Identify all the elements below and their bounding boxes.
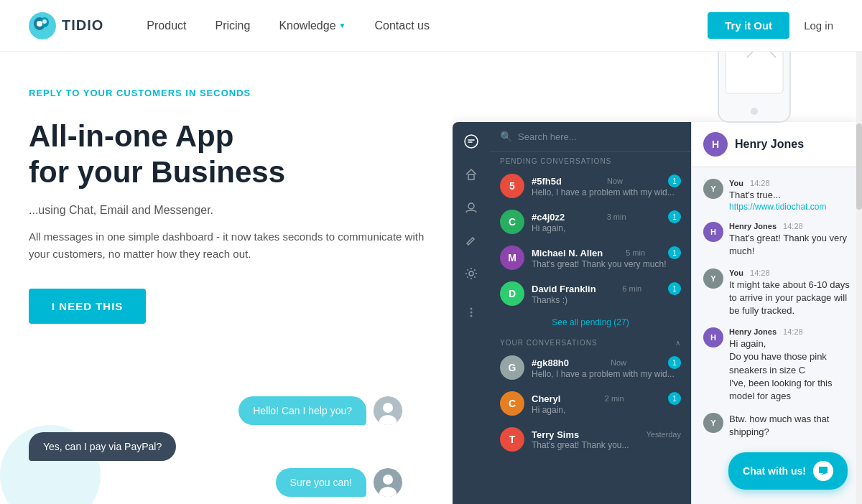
conv-info-michael: Michael N. Allen 5 min 1 That's great! T… — [532, 246, 681, 269]
svg-point-19 — [469, 271, 473, 276]
right-panel: 🔍 Search here... PENDING CONVERSATIONS 5… — [453, 0, 862, 504]
hero-subtitle: REPLY TO YOUR CUSTOMERS IN SECONDS — [29, 88, 431, 98]
active-user-name: Henry Jones — [735, 138, 804, 151]
msg-avatar-you-2: Y — [703, 269, 723, 289]
conv-info-david: David Franklin 6 min 1 Thanks :) — [532, 282, 681, 305]
hero-description-2: All messages in one simple dashboard - i… — [29, 228, 431, 263]
conv-info-gk88h0: #gk88h0 Now 1 Hello, I have a problem wi… — [532, 356, 681, 379]
svg-point-15 — [751, 108, 758, 115]
conv-avatar-terry: T — [500, 427, 524, 452]
badge-5fh5d: 1 — [668, 174, 681, 187]
hero-title: All-in-one App for your Business — [29, 118, 431, 191]
conversations-list: 🔍 Search here... PENDING CONVERSATIONS 5… — [490, 122, 691, 504]
conv-avatar-david: D — [500, 281, 524, 306]
home-icon[interactable] — [463, 167, 479, 182]
svg-point-20 — [471, 308, 473, 310]
msg-bubble-2: Henry Jones 14:28 That's great! Thank yo… — [729, 222, 851, 258]
hero-section: REPLY TO YOUR CUSTOMERS IN SECONDS All-i… — [0, 52, 460, 504]
cta-button[interactable]: I NEED THIS — [29, 289, 146, 324]
chat-widget-icon — [813, 461, 833, 481]
chat-main-area: H Henry Jones Y You 14:28 That's true...… — [691, 122, 862, 504]
conv-item-michael[interactable]: M Michael N. Allen 5 min 1 That's great!… — [490, 240, 691, 276]
conv-item-terry[interactable]: T Terry Sims Yesterday That's great! Tha… — [490, 421, 691, 457]
conv-item-c4j0z2[interactable]: C #c4j0z2 3 min 1 Hi again, — [490, 204, 691, 240]
conv-info-5fh5d: #5fh5d Now 1 Hello, I have a problem wit… — [532, 174, 681, 197]
msg-bubble-4: Henry Jones 14:28 Hi again,Do you have t… — [729, 327, 851, 403]
pending-section-header: PENDING CONVERSATIONS — [490, 151, 691, 168]
conv-info-cheryl: Cheryl 2 min 1 Hi again, — [532, 392, 681, 415]
conv-avatar-5fh5d: 5 — [500, 174, 524, 198]
tidio-logo-icon — [29, 12, 56, 39]
logo[interactable]: TIDIO — [29, 12, 103, 39]
nav-contact[interactable]: Contact us — [374, 19, 429, 32]
msg-avatar-henry-2: H — [703, 327, 723, 347]
search-placeholder-text: Search here... — [518, 131, 577, 142]
svg-rect-17 — [468, 174, 474, 179]
main-content: REPLY TO YOUR CUSTOMERS IN SECONDS All-i… — [0, 52, 862, 504]
conv-item-cheryl[interactable]: C Cheryl 2 min 1 Hi again, — [490, 386, 691, 421]
conv-avatar-c4j0z2: C — [500, 210, 524, 234]
msg-avatar-henry-1: H — [703, 222, 723, 242]
login-link[interactable]: Log in — [804, 19, 833, 32]
logo-text: TIDIO — [62, 17, 103, 34]
search-icon: 🔍 — [500, 131, 512, 142]
message-5: Y Btw. how much was that shipping? — [703, 413, 851, 439]
chevron-icon: ∧ — [675, 339, 681, 347]
badge-david: 1 — [668, 282, 681, 295]
scrollbar-track — [856, 52, 862, 504]
message-4: H Henry Jones 14:28 Hi again,Do you have… — [703, 327, 851, 403]
svg-point-3 — [37, 21, 42, 27]
badge-michael: 1 — [668, 246, 681, 259]
conv-avatar-michael: M — [500, 246, 524, 270]
nav-knowledge[interactable]: Knowledge ▼ — [279, 19, 346, 32]
svg-point-21 — [471, 312, 473, 314]
svg-point-18 — [468, 203, 474, 209]
svg-point-4 — [42, 19, 47, 24]
conv-info-terry: Terry Sims Yesterday That's great! Thank… — [532, 429, 681, 450]
nav-product[interactable]: Product — [147, 19, 186, 32]
see-all-pending[interactable]: See all pending (27) — [490, 312, 691, 333]
edit-icon[interactable] — [463, 233, 479, 248]
settings-icon[interactable] — [463, 266, 479, 281]
try-it-out-button[interactable]: Try it Out — [708, 12, 789, 39]
conv-info-c4j0z2: #c4j0z2 3 min 1 Hi again, — [532, 210, 681, 233]
contacts-icon[interactable] — [463, 200, 479, 215]
nav-pricing[interactable]: Pricing — [215, 19, 250, 32]
hero-description-1: ...using Chat, Email and Messenger. — [29, 204, 431, 217]
header: TIDIO Product Pricing Knowledge ▼ Contac… — [0, 0, 862, 52]
conv-item-david[interactable]: D David Franklin 6 min 1 Thanks :) — [490, 276, 691, 312]
conv-item-5fh5d[interactable]: 5 #5fh5d Now 1 Hello, I have a problem w… — [490, 168, 691, 204]
chevron-down-icon: ▼ — [339, 22, 346, 29]
active-user-avatar: H — [703, 132, 728, 157]
search-bar[interactable]: 🔍 Search here... — [490, 122, 691, 151]
chat-widget-button[interactable]: Chat with us! — [728, 452, 848, 490]
conv-item-gk88h0[interactable]: G #gk88h0 Now 1 Hello, I have a problem … — [490, 350, 691, 386]
badge-cheryl: 1 — [668, 392, 681, 405]
msg-bubble-1: You 14:28 That's true... https://www.tid… — [729, 179, 826, 212]
svg-point-22 — [471, 315, 473, 317]
chat-widget-label: Chat with us! — [743, 465, 806, 477]
conv-avatar-gk88h0: G — [500, 355, 524, 380]
your-section-header: YOUR CONVERSATIONS ∧ — [490, 333, 691, 350]
chat-dashboard: 🔍 Search here... PENDING CONVERSATIONS 5… — [453, 122, 862, 504]
msg-bubble-5: Btw. how much was that shipping? — [729, 413, 851, 439]
nav: Product Pricing Knowledge ▼ Contact us — [147, 19, 708, 32]
msg-avatar-btw: Y — [703, 413, 723, 433]
header-right: Try it Out Log in — [708, 12, 833, 39]
svg-point-16 — [465, 135, 478, 148]
more-icon[interactable] — [463, 304, 479, 320]
chat-icon[interactable] — [463, 134, 479, 149]
msg-bubble-3: You 14:28 It might take about 6-10 days … — [729, 269, 851, 318]
badge-c4j0z2: 1 — [668, 210, 681, 223]
conv-avatar-cheryl: C — [500, 391, 524, 416]
message-1: Y You 14:28 That's true... https://www.t… — [703, 179, 851, 212]
message-3: Y You 14:28 It might take about 6-10 day… — [703, 269, 851, 318]
msg-avatar-you-1: Y — [703, 179, 723, 199]
message-2: H Henry Jones 14:28 That's great! Thank … — [703, 222, 851, 258]
scrollbar-thumb[interactable] — [856, 123, 862, 210]
badge-gk88h0: 1 — [668, 356, 681, 369]
